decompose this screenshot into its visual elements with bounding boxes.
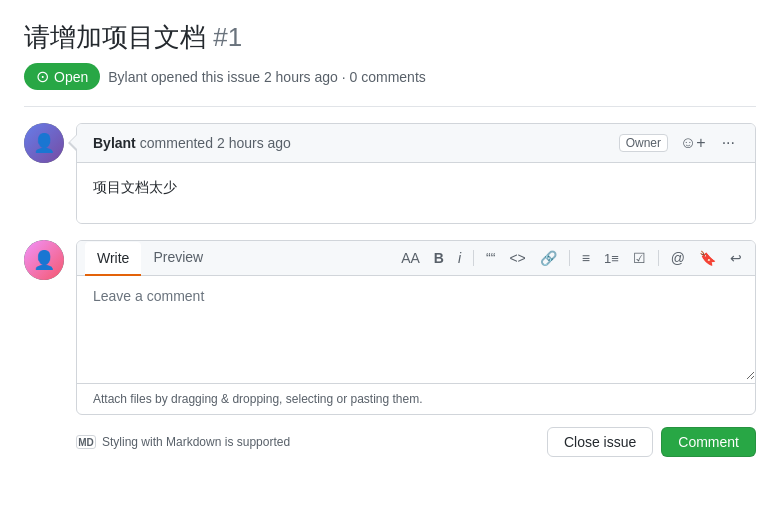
comment-text: 项目文档太少 [93,179,177,195]
code-button[interactable]: <> [504,248,530,268]
comment-header-right: Owner ☺+ ··· [619,132,739,154]
issue-number: #1 [213,22,242,52]
editor-avatar-image: 👤 [24,240,64,280]
mention-button[interactable]: @ [666,248,690,268]
comment-button[interactable]: Comment [661,427,756,457]
bold-button[interactable]: B [429,248,449,268]
issue-title-text: 请增加项目文档 [24,22,206,52]
italic-button[interactable]: i [453,248,466,268]
avatar: 👤 [24,123,64,163]
editor-wrapper: Write Preview AA B i ““ <> 🔗 ≡ 1≡ ☑ @ � [76,240,756,415]
issue-meta-text: Bylant opened this issue 2 hours ago · 0… [108,69,426,85]
status-badge-label: Open [54,69,88,85]
markdown-support-text: Styling with Markdown is supported [102,435,290,449]
editor-toolbar: AA B i ““ <> 🔗 ≡ 1≡ ☑ @ 🔖 ↩ [396,244,747,272]
unordered-list-button[interactable]: ≡ [577,248,595,268]
close-issue-button[interactable]: Close issue [547,427,653,457]
ordered-list-button[interactable]: 1≡ [599,249,624,268]
quote-button[interactable]: ““ [481,248,500,268]
action-buttons: Close issue Comment [547,427,756,457]
comment-textarea[interactable] [77,276,755,380]
comment-section: 👤 Bylant commented 2 hours ago Owner ☺+ … [24,123,756,224]
comment-content: 项目文档太少 [77,163,755,223]
toolbar-separator-3 [658,250,659,266]
editor-tabs: Write Preview AA B i ““ <> 🔗 ≡ 1≡ ☑ @ � [77,241,755,276]
markdown-icon: MD [76,435,96,449]
comment-wrapper: Bylant commented 2 hours ago Owner ☺+ ··… [76,123,756,224]
toolbar-separator-2 [569,250,570,266]
owner-badge: Owner [619,134,668,152]
more-options-button[interactable]: ··· [718,132,739,154]
reply-button[interactable]: ↩ [725,248,747,268]
editor-avatar: 👤 [24,240,64,280]
issue-meta: ⊙ Open Bylant opened this issue 2 hours … [24,63,756,90]
emoji-reaction-button[interactable]: ☺+ [676,132,710,154]
toolbar-separator-1 [473,250,474,266]
comment-header-left: Bylant commented 2 hours ago [93,135,291,151]
page-header: 请增加项目文档 #1 ⊙ Open Bylant opened this iss… [24,20,756,90]
attach-text: Attach files by dragging & dropping, sel… [93,392,423,406]
editor-container: Write Preview AA B i ““ <> 🔗 ≡ 1≡ ☑ @ � [76,240,756,457]
bookmark-button[interactable]: 🔖 [694,248,721,268]
write-tab[interactable]: Write [85,242,141,276]
preview-tab[interactable]: Preview [141,241,215,275]
comment-author: Bylant [93,135,136,151]
comment-header: Bylant commented 2 hours ago Owner ☺+ ··… [77,124,755,163]
status-badge: ⊙ Open [24,63,100,90]
comment-body: Bylant commented 2 hours ago Owner ☺+ ··… [76,123,756,224]
heading-button[interactable]: AA [396,248,425,268]
task-list-button[interactable]: ☑ [628,248,651,268]
markdown-support: MD Styling with Markdown is supported [76,435,290,449]
attach-files-text: Attach files by dragging & dropping, sel… [77,383,755,414]
editor-section: 👤 Write Preview AA B i ““ <> 🔗 ≡ 1≡ ☑ [24,240,756,457]
action-bar: MD Styling with Markdown is supported Cl… [76,427,756,457]
divider [24,106,756,107]
link-button[interactable]: 🔗 [535,248,562,268]
comment-time: 2 hours ago [217,135,291,151]
avatar-image: 👤 [24,123,64,163]
issue-title: 请增加项目文档 #1 [24,20,756,55]
comment-action: commented [140,135,213,151]
comment-triangle-inner [70,135,77,149]
open-icon: ⊙ [36,67,49,86]
